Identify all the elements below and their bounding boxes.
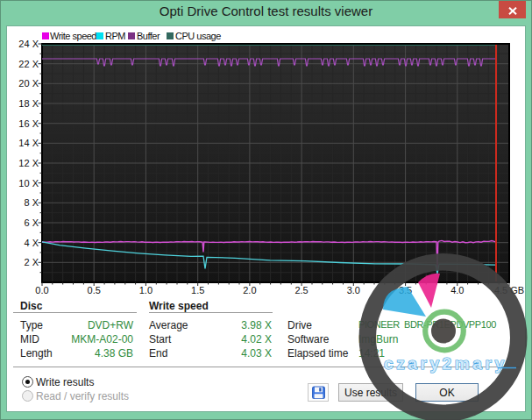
svg-text:18 X: 18 X: [18, 98, 39, 109]
svg-text:20 X: 20 X: [18, 78, 39, 89]
svg-text:8 X: 8 X: [24, 197, 39, 208]
svg-text:16 X: 16 X: [18, 118, 39, 129]
svg-text:6 X: 6 X: [24, 217, 39, 228]
svg-text:czary2mary: czary2mary: [384, 354, 504, 373]
svg-text:2 X: 2 X: [24, 257, 39, 267]
svg-text:10 X: 10 X: [18, 178, 39, 189]
svg-text:1.5: 1.5: [191, 285, 204, 295]
svg-text:4 X: 4 X: [24, 238, 39, 248]
svg-text:24 X: 24 X: [18, 39, 39, 49]
svg-text:22 X: 22 X: [18, 59, 39, 69]
svg-text:0.5: 0.5: [88, 285, 101, 295]
svg-text:12 X: 12 X: [18, 158, 39, 168]
svg-text:1.0: 1.0: [139, 285, 153, 295]
svg-text:14 X: 14 X: [18, 138, 39, 148]
svg-text:2.5: 2.5: [294, 285, 308, 295]
svg-text:2.0: 2.0: [243, 285, 256, 295]
svg-text:0.0: 0.0: [35, 285, 48, 295]
